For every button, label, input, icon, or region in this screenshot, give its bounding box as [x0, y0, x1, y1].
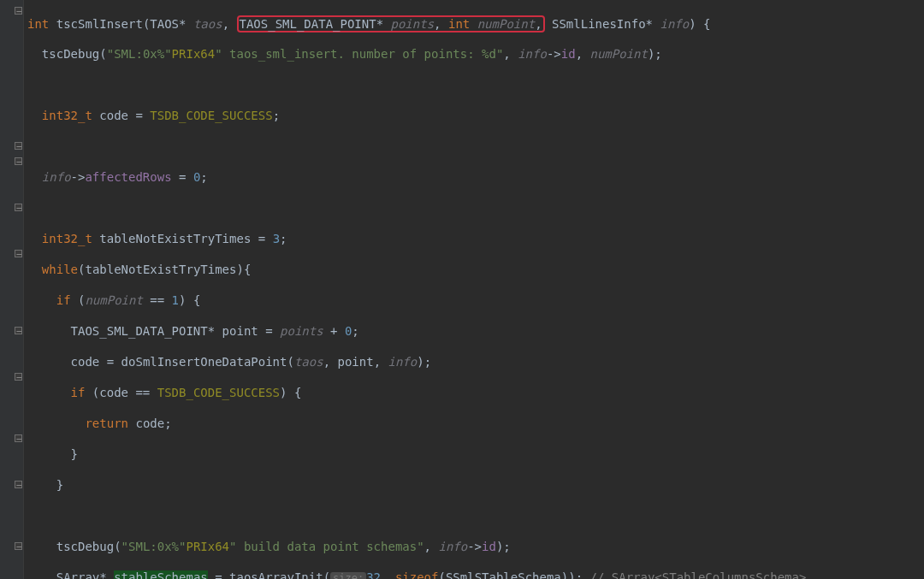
highlight-usage: stableSchemas [114, 570, 208, 579]
code-line: TAOS_SML_DATA_POINT* point = points + 0; [27, 323, 924, 339]
code-line: tscDebug("SML:0x%"PRIx64" taos_sml_inser… [27, 46, 924, 62]
code-line: if (numPoint == 1) { [27, 292, 924, 308]
code-line: if (code == TSDB_CODE_SUCCESS) { [27, 385, 924, 400]
fold-icon[interactable] [15, 481, 22, 488]
code-line: } [27, 477, 924, 493]
highlight-box: TAOS_SML_DATA_POINT* points, int numPoin… [237, 15, 545, 32]
code-line: while(tableNotExistTryTimes){ [27, 262, 924, 277]
fold-icon[interactable] [15, 327, 22, 334]
code-line: int32_t code = TSDB_CODE_SUCCESS; [27, 108, 924, 123]
fold-icon[interactable] [15, 157, 22, 165]
code-line: return code; [27, 416, 924, 431]
code-line: info->affectedRows = 0; [27, 169, 924, 185]
fold-icon[interactable] [15, 204, 22, 211]
fold-icon[interactable] [15, 373, 22, 381]
fold-icon[interactable] [15, 250, 22, 257]
code-line: tscDebug("SML:0x%"PRIx64" build data poi… [27, 539, 924, 554]
fold-icon[interactable] [15, 542, 22, 550]
code-line: SArray* stableSchemas = taosArrayInit(si… [27, 570, 924, 579]
code-area[interactable]: int tscSmlInsert(TAOS* taos, TAOS_SML_DA… [24, 0, 924, 579]
fold-icon[interactable] [15, 434, 22, 442]
code-line: int32_t tableNotExistTryTimes = 3; [27, 231, 924, 246]
fold-icon[interactable] [15, 7, 22, 15]
editor-gutter [0, 0, 24, 579]
code-line: } [27, 446, 924, 462]
fold-icon[interactable] [15, 142, 22, 150]
parameter-hint: size: [330, 572, 366, 579]
code-line: int tscSmlInsert(TAOS* taos, TAOS_SML_DA… [27, 15, 924, 31]
code-line: code = doSmlInsertOneDataPoint(taos, poi… [27, 354, 924, 369]
